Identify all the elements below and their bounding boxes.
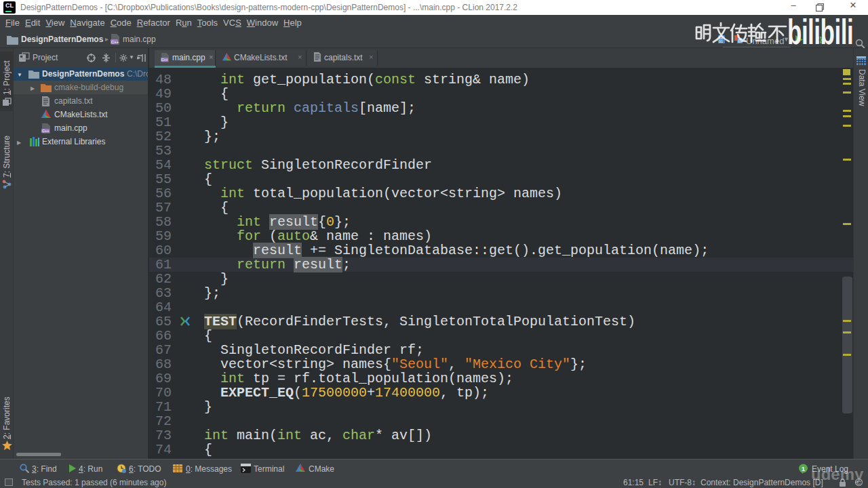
svg-text:1: 1 xyxy=(802,466,805,472)
svg-text:C++: C++ xyxy=(161,58,168,62)
svg-text:C++: C++ xyxy=(42,129,49,133)
svg-text:C++: C++ xyxy=(111,40,119,44)
